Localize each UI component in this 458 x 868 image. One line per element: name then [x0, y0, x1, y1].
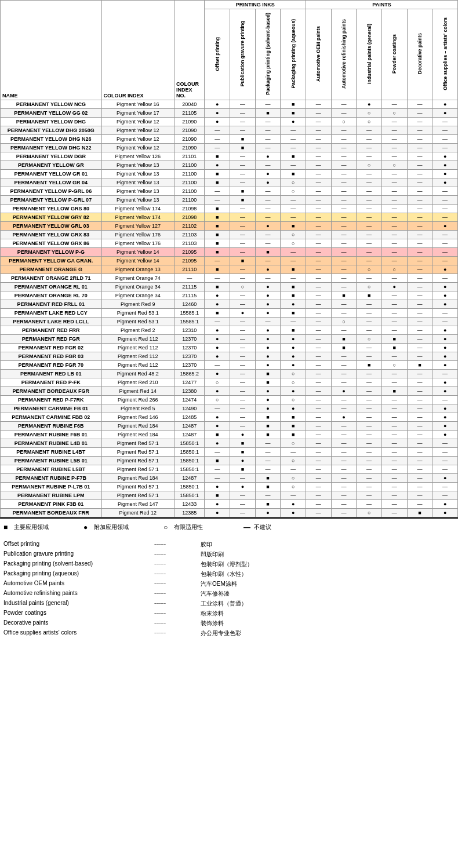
table-row: PERMANENT RUBINE P-L7B 01Pigment Red 57:…	[1, 482, 458, 491]
cell-data: —	[205, 195, 230, 204]
cell-data: —	[381, 100, 407, 108]
cell-name: PERMANENT LAKE RED LCY	[1, 308, 102, 317]
cell-data: —	[357, 317, 382, 326]
trans-en: Publication gravure printing	[3, 550, 154, 559]
cell-data: ■	[255, 108, 281, 117]
cell-data: ●	[205, 334, 230, 343]
table-row: PERMANENT ORANGE RL 70Pigment Orange 342…	[1, 291, 458, 300]
cell-data: ■	[255, 413, 281, 421]
cell-data: —	[357, 308, 382, 317]
cell-data: ●	[432, 360, 458, 369]
cell-data: —	[432, 447, 458, 456]
cell-data: ●	[255, 508, 281, 517]
cell-no: 12380	[175, 386, 205, 395]
cell-data: ●	[432, 108, 458, 117]
cell-name: PERMANENT YELLOW GRX 83	[1, 230, 102, 239]
cell-data: —	[205, 273, 230, 282]
cell-data: ○	[381, 161, 407, 169]
cell-no: 21090	[175, 126, 205, 134]
cell-name: PERMANENT YELLOW GRL 03	[1, 221, 102, 230]
cell-name: PERMANENT RED FRLL 01	[1, 300, 102, 308]
cell-data: —	[331, 221, 357, 230]
cell-data: —	[331, 378, 357, 386]
cell-data: —	[331, 265, 357, 273]
cell-data: —	[381, 326, 407, 334]
cell-data: —	[407, 386, 432, 395]
cell-data: —	[407, 369, 432, 378]
cell-data: —	[281, 195, 306, 204]
cell-data: ○	[281, 369, 306, 378]
cell-data: —	[331, 152, 357, 161]
cell-data: —	[357, 378, 382, 386]
cell-data: —	[230, 100, 256, 108]
table-row: PERMANENT YELLOW GRY 82Pigment Yellow 17…	[1, 213, 458, 221]
trans-sep: ------	[154, 629, 201, 637]
cell-data: —	[331, 204, 357, 213]
cell-name: PERMANENT YELLOW NCG	[1, 100, 102, 108]
cell-data: —	[331, 430, 357, 439]
cell-no: 12485	[175, 413, 205, 421]
cell-name: PERMANENT YELLOW DHG	[1, 117, 102, 126]
cell-data: ■	[381, 386, 407, 395]
cell-data: —	[407, 491, 432, 499]
cell-data: ■	[205, 152, 230, 161]
col-header-9: Office supplies – artists' colors	[432, 9, 458, 100]
cell-data: —	[357, 404, 382, 413]
cell-data: —	[357, 273, 382, 282]
cell-data: —	[407, 126, 432, 134]
cell-data: —	[230, 265, 256, 273]
cell-data: —	[381, 395, 407, 404]
cell-data: ■	[205, 282, 230, 291]
cell-name: PERMANENT RUBINE P-F7B	[1, 473, 102, 482]
cell-data: —	[331, 404, 357, 413]
trans-sep: ------	[154, 580, 201, 588]
trans-en: Automotive OEM paints	[3, 580, 154, 588]
cell-index: Pigment Red 9	[101, 300, 174, 308]
cell-data: ●	[205, 300, 230, 308]
cell-data: —	[230, 334, 256, 343]
cell-index: Pigment Red 57:1	[101, 439, 174, 447]
cell-data: ■	[281, 291, 306, 300]
cell-data: —	[357, 413, 382, 421]
cell-data: ○	[357, 265, 382, 273]
cell-data: ●	[281, 386, 306, 395]
cell-data: —	[205, 404, 230, 413]
cell-data: —	[381, 317, 407, 326]
cell-data: —	[357, 169, 382, 178]
cell-data: —	[357, 456, 382, 465]
cell-data: —	[230, 239, 256, 247]
cell-data: —	[331, 134, 357, 143]
cell-data: —	[407, 430, 432, 439]
cell-no: 15850:1	[175, 465, 205, 473]
cell-data: —	[331, 465, 357, 473]
cell-no: 21090	[175, 117, 205, 126]
cell-index: Pigment Red 266	[101, 395, 174, 404]
cell-data: —	[306, 395, 332, 404]
cell-data: ○	[205, 395, 230, 404]
cell-no: 15850:1	[175, 482, 205, 491]
cell-data: —	[357, 491, 382, 499]
cell-data: —	[407, 195, 432, 204]
cell-data: —	[357, 300, 382, 308]
cell-data: —	[331, 352, 357, 360]
table-row: PERMANENT YELLOW DHG N26Pigment Yellow 1…	[1, 134, 458, 143]
cell-data: —	[381, 221, 407, 230]
cell-no: 12385	[175, 508, 205, 517]
cell-index: Pigment Red 112	[101, 360, 174, 369]
cell-name: PERMANENT RUBINE F6B	[1, 421, 102, 430]
cell-no: 12433	[175, 499, 205, 508]
cell-data: ■	[255, 247, 281, 256]
cell-data: ●	[255, 343, 281, 352]
cell-data: ●	[281, 334, 306, 343]
cell-data: —	[381, 213, 407, 221]
cell-data: ○	[281, 178, 306, 187]
cell-data: —	[331, 108, 357, 117]
cell-data: —	[407, 352, 432, 360]
cell-data: ●	[255, 360, 281, 369]
cell-index: Pigment Red 112	[101, 343, 174, 352]
cell-data: —	[306, 430, 332, 439]
cell-data: —	[230, 491, 256, 499]
cell-data: ■	[281, 326, 306, 334]
cell-name: PERMANENT RUBINE P-L7B 01	[1, 482, 102, 491]
cell-data: —	[381, 482, 407, 491]
